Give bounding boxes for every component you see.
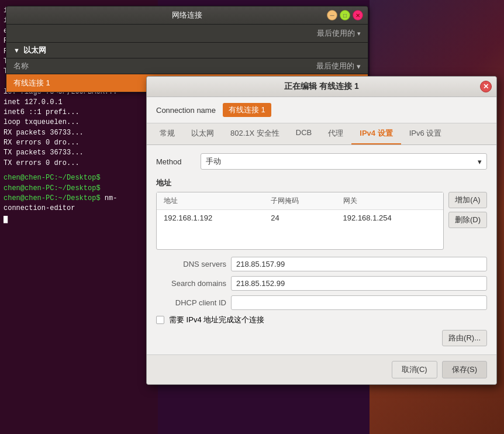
sort-label: 最后使用的 (317, 28, 355, 39)
edit-dialog: 正在编辑 有线连接 1 ✕ Connection name 有线连接 1 常规 … (146, 76, 497, 385)
edit-close-button[interactable]: ✕ (480, 81, 492, 92)
terminal-line: loop txqueuelen... (4, 118, 154, 128)
terminal-line: inet6 ::1 prefi... (4, 108, 154, 118)
tab-ipv4[interactable]: IPv4 设置 (351, 123, 401, 144)
edit-dialog-titlebar: 正在编辑 有线连接 1 ✕ (147, 77, 496, 97)
tab-dcb[interactable]: DCB (288, 123, 320, 144)
checkbox-label: 需要 IPv4 地址完成这个连接 (169, 315, 264, 325)
address-section-content: 地址 子网掩码 网关 192.168.1.192 24 192.168.1.25… (156, 192, 487, 250)
save-button[interactable]: 保存(S) (442, 361, 487, 378)
search-label: Search domains (156, 279, 226, 288)
dialog-footer: 取消(C) 保存(S) (147, 354, 496, 384)
edit-dialog-title: 正在编辑 有线连接 1 (284, 81, 359, 92)
connection-name: 有线连接 1 (13, 78, 50, 88)
address-table: 地址 子网掩码 网关 192.168.1.192 24 192.168.1.25… (157, 192, 443, 249)
address-section: 地址 地址 子网掩码 网关 192.168.1.1 (156, 178, 487, 250)
delete-address-button[interactable]: 删除(D) (448, 212, 487, 228)
window-title: 网络连接 (172, 10, 202, 20)
close-button[interactable]: ✕ (353, 10, 363, 20)
dns-input[interactable] (231, 257, 487, 271)
column-name: 名称 (13, 61, 29, 71)
tab-ipv6[interactable]: IPv6 设置 (401, 123, 450, 144)
section-label: 以太网 (23, 45, 46, 56)
method-dropdown-icon: ▾ (478, 157, 482, 166)
window-titlebar: 网络连接 ─ □ ✕ (6, 6, 368, 25)
dhcp-label: DHCP client ID (156, 298, 226, 307)
dns-row: DNS servers (156, 257, 487, 271)
terminal-line: TX errors 0 dro... (4, 159, 154, 168)
dialog-content: Method 手动 ▾ 地址 地址 子网掩码 网关 (147, 145, 496, 354)
address-table-container: 地址 子网掩码 网关 192.168.1.192 24 192.168.1.25… (156, 192, 444, 250)
gateway-value: 192.168.1.254 (336, 210, 443, 226)
minimize-button[interactable]: ─ (327, 10, 337, 20)
tabs-bar: 常规 以太网 802.1X 安全性 DCB 代理 IPv4 设置 IPv6 设置 (147, 123, 496, 145)
terminal-line: RX packets 36733... (4, 128, 154, 138)
terminal-prompt-line: chen@chen-PC:~/Desktop$ (4, 184, 154, 194)
tab-ethernet[interactable]: 以太网 (183, 123, 222, 144)
method-value: 手动 (206, 156, 221, 167)
col-gateway: 网关 (336, 192, 443, 210)
dhcp-row: DHCP client ID (156, 295, 487, 310)
address-value: 192.168.1.192 (157, 210, 264, 226)
col-address: 地址 (157, 192, 264, 210)
section-arrow-icon: ▼ (13, 47, 20, 54)
method-select[interactable]: 手动 ▾ (201, 153, 487, 170)
checkbox-row: 需要 IPv4 地址完成这个连接 (156, 315, 487, 325)
routes-button-row: 路由(R)... (156, 330, 487, 346)
address-section-title: 地址 (156, 178, 487, 188)
sort-label-header: 最后使用的 (316, 61, 354, 71)
terminal-prompt-line: chen@chen-PC:~/Desktop$ (4, 173, 154, 183)
connection-name-value: 有线连接 1 (223, 103, 271, 117)
dns-label: DNS servers (156, 260, 226, 268)
terminal-cursor: █ (4, 215, 154, 225)
routes-button[interactable]: 路由(R)... (442, 330, 487, 346)
terminal-line: RX errors 0 dro... (4, 138, 154, 148)
subnet-value: 24 (264, 210, 336, 226)
terminal-line: TX packets 36733... (4, 148, 154, 158)
address-empty-row (157, 226, 443, 249)
address-row[interactable]: 192.168.1.192 24 192.168.1.254 (157, 210, 443, 226)
cancel-button[interactable]: 取消(C) (392, 361, 437, 378)
search-row: Search domains (156, 276, 487, 291)
address-buttons: 增加(A) 删除(D) (448, 192, 487, 250)
sort-arrow-icon[interactable]: ▾ (357, 30, 361, 37)
maximize-button[interactable]: □ (340, 10, 350, 20)
terminal-line: inet 127.0.0.1 (4, 98, 154, 108)
add-address-button[interactable]: 增加(A) (448, 192, 487, 208)
sort-dropdown-icon[interactable]: ▾ (357, 62, 361, 71)
window-controls: ─ □ ✕ (327, 10, 363, 20)
net-toolbar: 最后使用的 最后使用的 ▾ (6, 25, 368, 43)
tab-security[interactable]: 802.1X 安全性 (222, 123, 288, 144)
connection-name-row: Connection name 有线连接 1 (147, 97, 496, 123)
col-subnet: 子网掩码 (264, 192, 336, 210)
dhcp-input[interactable] (231, 295, 487, 310)
search-input[interactable] (231, 276, 487, 291)
method-label: Method (156, 157, 191, 166)
connection-name-label: Connection name (156, 106, 216, 115)
tab-proxy[interactable]: 代理 (320, 123, 351, 144)
terminal-prompt-line: chen@chen-PC:~/Desktop$ nm-connection-ed… (4, 194, 154, 214)
method-row: Method 手动 ▾ (156, 153, 487, 170)
ipv4-required-checkbox[interactable] (156, 316, 164, 324)
tab-general[interactable]: 常规 (151, 123, 183, 144)
